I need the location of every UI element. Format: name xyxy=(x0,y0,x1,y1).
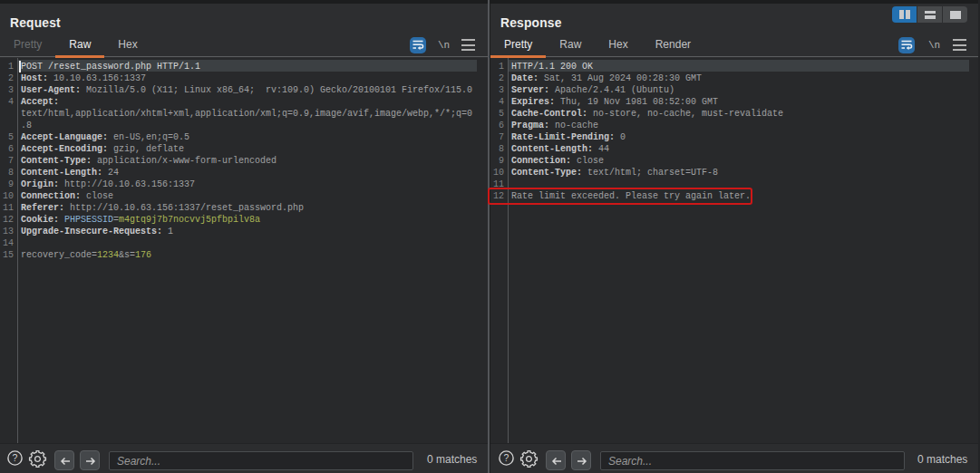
svg-text:?: ? xyxy=(13,452,18,463)
svg-text:?: ? xyxy=(504,452,509,463)
